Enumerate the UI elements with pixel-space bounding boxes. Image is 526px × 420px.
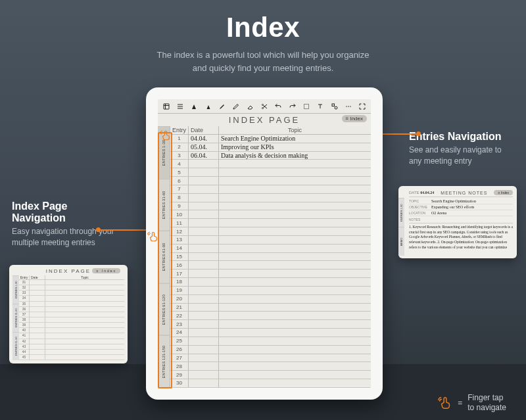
table-row[interactable]: 34 bbox=[19, 296, 124, 301]
side-tab[interactable]: ENTRIES 61-90 bbox=[158, 231, 170, 283]
table-row[interactable]: 7 bbox=[170, 185, 371, 194]
table-row[interactable]: 16 bbox=[170, 261, 371, 269]
table-row[interactable]: 205.04.Improving our KPIs bbox=[170, 143, 371, 152]
table-row[interactable]: 23 bbox=[170, 320, 371, 329]
table-row[interactable]: 22 bbox=[170, 312, 371, 320]
undo-icon[interactable] bbox=[274, 101, 283, 111]
more-icon[interactable] bbox=[343, 101, 353, 111]
legend-label: Finger tap to navigate bbox=[467, 393, 506, 412]
marker1-icon[interactable] bbox=[189, 101, 199, 111]
table-row[interactable]: 40 bbox=[19, 328, 124, 333]
side-tab[interactable]: ENTRIES 1-30 bbox=[158, 126, 170, 179]
table-row[interactable]: 37 bbox=[19, 312, 124, 317]
table-row[interactable]: 24 bbox=[170, 329, 371, 337]
table-row[interactable]: 11 bbox=[170, 219, 371, 227]
tablet-screen: INDEX PAGE ≡ Index ENTRIES 1-30ENTRIES 3… bbox=[158, 99, 371, 388]
svg-rect-3 bbox=[304, 104, 308, 108]
table-row[interactable]: 13 bbox=[170, 236, 371, 245]
marker2-icon[interactable] bbox=[203, 101, 213, 111]
side-tab[interactable]: ENTRIES 91-120 bbox=[158, 283, 170, 336]
table-row[interactable]: 36 bbox=[19, 307, 124, 312]
table-row[interactable]: 19 bbox=[170, 287, 371, 295]
table-row[interactable]: 104.04.Search Engine Optimization bbox=[170, 135, 371, 143]
table-row[interactable]: 14 bbox=[170, 245, 371, 253]
pencil-icon[interactable] bbox=[231, 101, 241, 111]
table-row[interactable]: 17 bbox=[170, 269, 371, 278]
notes-field: LOCATIONO2 Arena bbox=[409, 210, 513, 216]
eraser-icon[interactable] bbox=[245, 101, 255, 111]
side-tab[interactable]: ENTRIES 1-30 bbox=[398, 198, 404, 227]
svg-point-7 bbox=[348, 106, 349, 107]
table-row[interactable]: 32 bbox=[19, 285, 124, 291]
callout-title: Entries Navigation bbox=[409, 131, 514, 143]
callout-title: Index Page Navigation bbox=[12, 200, 124, 224]
table-row[interactable]: 306.04.Data analysis & decision making bbox=[170, 152, 371, 160]
table-row[interactable]: 10 bbox=[170, 210, 371, 219]
index-chip[interactable]: ≡ Index bbox=[494, 190, 513, 195]
index-chip[interactable]: ≡ Index bbox=[342, 115, 367, 122]
page-subtitle: The index is a powerful tool which will … bbox=[0, 49, 526, 74]
side-tab[interactable]: ENTRIES 1-30 bbox=[12, 275, 19, 304]
table-row[interactable]: 43 bbox=[19, 344, 124, 350]
table-row[interactable]: 42 bbox=[19, 339, 124, 344]
table-row[interactable]: 12 bbox=[170, 227, 371, 236]
pen-icon[interactable] bbox=[217, 101, 227, 111]
table-row[interactable]: 38 bbox=[19, 317, 124, 323]
layers-icon[interactable] bbox=[161, 101, 171, 111]
table-row[interactable]: 20 bbox=[170, 295, 371, 304]
callout-index-nav: Index Page Navigation Easy navigation th… bbox=[12, 200, 124, 248]
svg-point-1 bbox=[262, 107, 263, 108]
shapes-icon[interactable] bbox=[329, 101, 339, 111]
side-tab[interactable]: ENTRIES 121-150 bbox=[158, 335, 170, 388]
table-row[interactable]: 18 bbox=[170, 278, 371, 287]
index-chip[interactable]: ≡ Index bbox=[92, 268, 120, 273]
table-row[interactable]: 21 bbox=[170, 304, 371, 312]
table-header: Entry Date Topic bbox=[170, 126, 371, 135]
page-title: Index bbox=[0, 12, 526, 43]
text-icon[interactable] bbox=[316, 101, 325, 111]
table-row[interactable]: 27 bbox=[170, 354, 371, 363]
cut-icon[interactable] bbox=[259, 101, 269, 111]
table-row[interactable]: 6 bbox=[170, 177, 371, 185]
table-row[interactable]: 5 bbox=[170, 168, 371, 177]
side-tab[interactable]: ENTRIES 31-60 bbox=[12, 304, 19, 332]
side-tab[interactable]: ENTRIES 31-60 bbox=[158, 179, 170, 231]
svg-point-5 bbox=[335, 106, 337, 109]
table-row[interactable]: 4 bbox=[170, 160, 371, 168]
side-tabs: ENTRIES 1-30ENTRIES 31-60ENTRIES 61-90EN… bbox=[158, 126, 170, 388]
table-row[interactable]: 31 bbox=[19, 280, 124, 285]
redo-icon[interactable] bbox=[287, 101, 297, 111]
table-row[interactable]: 25 bbox=[170, 337, 371, 346]
table-row[interactable]: 28 bbox=[170, 362, 371, 371]
main-tablet: INDEX PAGE ≡ Index ENTRIES 1-30ENTRIES 3… bbox=[146, 87, 383, 400]
svg-point-8 bbox=[350, 106, 351, 107]
select-icon[interactable] bbox=[301, 101, 311, 111]
side-tab[interactable]: MEMO bbox=[398, 227, 404, 256]
svg-rect-4 bbox=[332, 104, 335, 106]
table-row[interactable]: 29 bbox=[170, 371, 371, 379]
svg-rect-0 bbox=[164, 104, 169, 109]
notes-date: DATE 04.04.24 bbox=[409, 191, 434, 195]
side-tab[interactable]: ENTRIES 61-90 bbox=[12, 332, 19, 360]
table-row[interactable]: 41 bbox=[19, 333, 124, 338]
legend: = Finger tap to navigate bbox=[438, 393, 506, 412]
callout-body: See and easily navigate to any meeting e… bbox=[409, 145, 514, 167]
table-row[interactable]: 26 bbox=[170, 346, 371, 354]
fullscreen-icon[interactable] bbox=[358, 101, 368, 111]
table-row[interactable]: 33 bbox=[19, 291, 124, 296]
toolbar bbox=[158, 99, 371, 114]
table-row[interactable]: 8 bbox=[170, 194, 371, 202]
table-row[interactable]: 44 bbox=[19, 350, 124, 355]
list-icon[interactable] bbox=[175, 101, 185, 111]
table-row[interactable]: 39 bbox=[19, 323, 124, 328]
table-row[interactable]: 15 bbox=[170, 253, 371, 262]
table-row[interactable]: 30 bbox=[170, 379, 371, 388]
table-row[interactable]: 9 bbox=[170, 202, 371, 211]
table-row[interactable]: 45 bbox=[19, 355, 124, 360]
mini-index-card: INDEX PAGE≡ Index ENTRIES 1-30ENTRIES 31… bbox=[9, 265, 128, 363]
table-body: 104.04.Search Engine Optimization205.04.… bbox=[170, 135, 371, 388]
table-row[interactable]: 35 bbox=[19, 302, 124, 307]
col-entry: Entry bbox=[170, 126, 189, 134]
finger-tap-icon bbox=[438, 396, 452, 410]
callout-line bbox=[99, 229, 147, 231]
